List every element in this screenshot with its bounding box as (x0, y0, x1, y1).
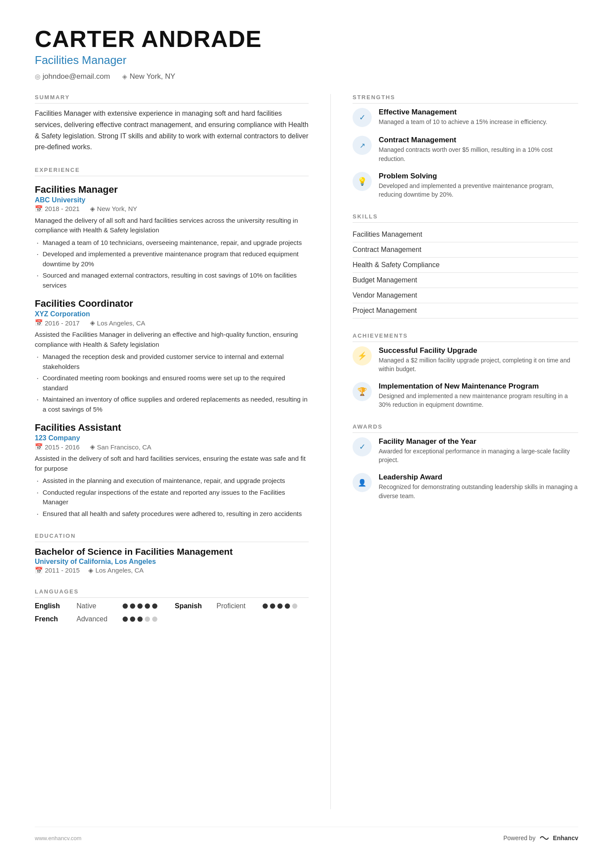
edu-location-1: ◈ Los Angeles, CA (88, 566, 143, 574)
strength-icon-1: ✓ (353, 108, 372, 127)
languages-label: LANGUAGES (35, 588, 309, 598)
pin-icon-3: ◈ (90, 443, 95, 451)
contact-info: ◎ johndoe@email.com ◈ New York, NY (35, 72, 578, 81)
skill-item: Facilities Management (353, 227, 578, 242)
brand-name: Enhancv (553, 834, 578, 841)
award-desc-1: Awarded for exceptional performance in m… (379, 447, 578, 465)
left-column: SUMMARY Facilities Manager with extensiv… (35, 94, 330, 809)
lang-level-french: Advanced (77, 615, 116, 623)
lang-level-spanish: Proficient (217, 602, 256, 610)
dot (137, 617, 143, 622)
skill-item: Health & Safety Compliance (353, 258, 578, 273)
dot (145, 603, 150, 609)
lang-level-english: Native (77, 602, 116, 610)
dot (270, 603, 275, 609)
skill-item: Project Management (353, 303, 578, 318)
header: CARTER ANDRADE Facilities Manager ◎ john… (35, 26, 578, 81)
achievement-content-1: Successful Facility Upgrade Managed a $2… (379, 346, 578, 374)
right-column: STRENGTHS ✓ Effective Management Managed… (330, 94, 578, 809)
achievements-label: ACHIEVEMENTS (353, 332, 578, 342)
summary-text: Facilities Manager with extensive experi… (35, 108, 309, 152)
education-label: EDUCATION (35, 533, 309, 542)
award-item-1: ✓ Facility Manager of the Year Awarded f… (353, 437, 578, 465)
achievement-name-2: Implementation of New Maintenance Progra… (379, 382, 578, 391)
calendar-icon-1: 📅 (35, 205, 43, 213)
pin-icon-2: ◈ (90, 319, 95, 327)
strengths-label: STRENGTHS (353, 94, 578, 104)
job-years-1: 📅 2018 - 2021 (35, 205, 80, 213)
job-years-2: 📅 2016 - 2017 (35, 319, 80, 327)
education-section: EDUCATION Bachelor of Science in Facilit… (35, 533, 309, 574)
skills-label: SKILLS (353, 213, 578, 223)
achievement-item-2: 🏆 Implementation of New Maintenance Prog… (353, 382, 578, 409)
award-desc-2: Recognized for demonstrating outstanding… (379, 483, 578, 500)
job-bullets-3: Assisted in the planning and execution o… (35, 476, 309, 519)
job-location-1: ◈ New York, NY (90, 205, 137, 213)
achievement-item-1: ⚡ Successful Facility Upgrade Managed a … (353, 346, 578, 374)
job-company-3: 123 Company (35, 434, 309, 442)
location-icon: ◈ (122, 73, 127, 80)
bullet: Coordinated meeting room bookings and en… (35, 373, 309, 393)
dot (152, 617, 157, 622)
job-location-3: ◈ San Francisco, CA (90, 443, 151, 451)
lang-dots-spanish (263, 603, 297, 609)
job-meta-1: 📅 2018 - 2021 ◈ New York, NY (35, 205, 309, 213)
dot (292, 603, 297, 609)
powered-by-text: Powered by (503, 834, 536, 841)
job-title-1: Facilities Manager (35, 184, 309, 195)
strength-content-2: Contract Management Managed contracts wo… (379, 136, 578, 163)
job-company-2: XYZ Corporation (35, 310, 309, 318)
job-item-1: Facilities Manager ABC University 📅 2018… (35, 184, 309, 291)
bullet: Conducted regular inspections of the est… (35, 488, 309, 507)
candidate-name: CARTER ANDRADE (35, 26, 578, 52)
dot (130, 603, 135, 609)
award-icon-1: ✓ (353, 437, 372, 456)
lang-dots-english (123, 603, 157, 609)
summary-label: SUMMARY (35, 94, 309, 104)
strength-item-3: 💡 Problem Solving Developed and implemen… (353, 172, 578, 199)
skill-item: Vendor Management (353, 288, 578, 303)
pin-icon-edu: ◈ (88, 566, 93, 574)
award-content-1: Facility Manager of the Year Awarded for… (379, 437, 578, 465)
resume-page: CARTER ANDRADE Facilities Manager ◎ john… (0, 0, 613, 868)
strength-content-1: Effective Management Managed a team of 1… (379, 108, 547, 126)
award-content-2: Leadership Award Recognized for demonstr… (379, 473, 578, 500)
bullet: Managed a team of 10 technicians, overse… (35, 238, 309, 248)
dot (152, 603, 157, 609)
bullet: Ensured that all health and safety proce… (35, 509, 309, 519)
award-icon-2: 👤 (353, 473, 372, 492)
job-bullets-2: Managed the reception desk and provided … (35, 352, 309, 414)
dot (123, 617, 128, 622)
lang-name-english: English (35, 602, 70, 610)
footer-website: www.enhancv.com (35, 835, 81, 841)
edu-degree-1: Bachelor of Science in Facilities Manage… (35, 546, 309, 557)
dot (137, 603, 143, 609)
edu-years-1: 📅 2011 - 2015 (35, 566, 80, 574)
strengths-section: STRENGTHS ✓ Effective Management Managed… (353, 94, 578, 199)
job-meta-2: 📅 2016 - 2017 ◈ Los Angeles, CA (35, 319, 309, 327)
job-desc-1: Managed the delivery of all soft and har… (35, 216, 309, 235)
awards-section: AWARDS ✓ Facility Manager of the Year Aw… (353, 423, 578, 500)
lang-french-row: French Advanced (35, 615, 309, 623)
bullet: Managed the reception desk and provided … (35, 352, 309, 372)
achievement-desc-1: Managed a $2 million facility upgrade pr… (379, 356, 578, 374)
experience-section: EXPERIENCE Facilities Manager ABC Univer… (35, 167, 309, 519)
job-company-1: ABC University (35, 196, 309, 204)
achievement-desc-2: Designed and implemented a new maintenan… (379, 392, 578, 409)
strength-name-3: Problem Solving (379, 172, 578, 181)
bullet: Maintained an inventory of office suppli… (35, 395, 309, 414)
calendar-icon-3: 📅 (35, 443, 43, 451)
location-text: New York, NY (130, 72, 175, 81)
enhancv-logo-icon (538, 834, 550, 842)
awards-label: AWARDS (353, 423, 578, 433)
achievement-icon-2: 🏆 (353, 382, 372, 401)
lang-dots-french (123, 617, 157, 622)
dot (123, 603, 128, 609)
bullet: Developed and implemented a preventive m… (35, 249, 309, 269)
footer-powered-by: Powered by Enhancv (503, 834, 578, 842)
job-years-3: 📅 2015 - 2016 (35, 443, 80, 451)
award-name-2: Leadership Award (379, 473, 578, 482)
location-contact: ◈ New York, NY (122, 72, 175, 81)
strength-desc-1: Managed a team of 10 to achieve a 15% in… (379, 117, 547, 126)
lang-french: French Advanced (35, 615, 309, 623)
